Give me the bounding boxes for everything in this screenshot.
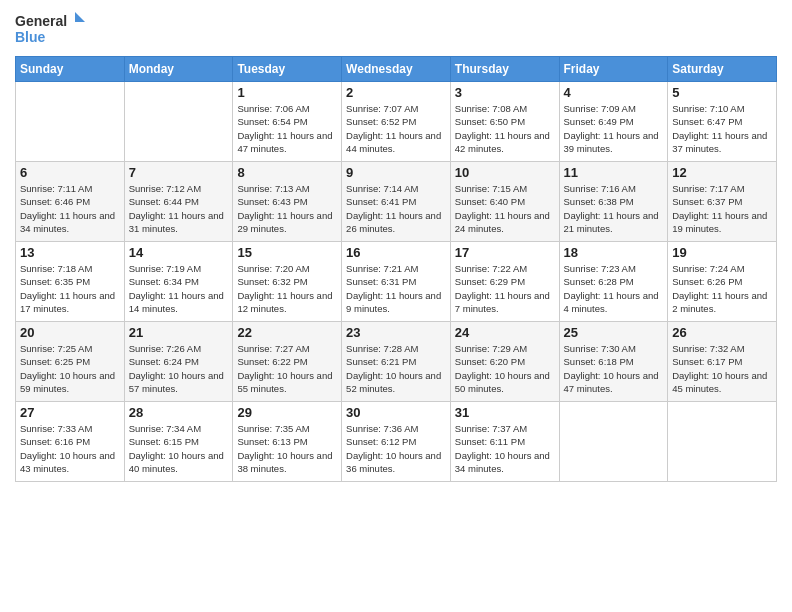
day-number: 14 xyxy=(129,245,229,260)
svg-marker-2 xyxy=(75,12,85,22)
calendar-cell xyxy=(668,402,777,482)
day-number: 25 xyxy=(564,325,664,340)
day-info: Sunrise: 7:34 AM Sunset: 6:15 PM Dayligh… xyxy=(129,422,229,475)
day-number: 28 xyxy=(129,405,229,420)
day-number: 1 xyxy=(237,85,337,100)
day-info: Sunrise: 7:16 AM Sunset: 6:38 PM Dayligh… xyxy=(564,182,664,235)
day-info: Sunrise: 7:29 AM Sunset: 6:20 PM Dayligh… xyxy=(455,342,555,395)
day-info: Sunrise: 7:07 AM Sunset: 6:52 PM Dayligh… xyxy=(346,102,446,155)
calendar-cell xyxy=(559,402,668,482)
day-info: Sunrise: 7:20 AM Sunset: 6:32 PM Dayligh… xyxy=(237,262,337,315)
day-number: 18 xyxy=(564,245,664,260)
day-number: 12 xyxy=(672,165,772,180)
calendar-week-3: 13Sunrise: 7:18 AM Sunset: 6:35 PM Dayli… xyxy=(16,242,777,322)
calendar-cell: 7Sunrise: 7:12 AM Sunset: 6:44 PM Daylig… xyxy=(124,162,233,242)
svg-text:Blue: Blue xyxy=(15,29,46,45)
day-number: 7 xyxy=(129,165,229,180)
day-info: Sunrise: 7:22 AM Sunset: 6:29 PM Dayligh… xyxy=(455,262,555,315)
calendar-cell: 19Sunrise: 7:24 AM Sunset: 6:26 PM Dayli… xyxy=(668,242,777,322)
calendar-cell: 29Sunrise: 7:35 AM Sunset: 6:13 PM Dayli… xyxy=(233,402,342,482)
day-number: 22 xyxy=(237,325,337,340)
calendar-cell: 8Sunrise: 7:13 AM Sunset: 6:43 PM Daylig… xyxy=(233,162,342,242)
logo-svg: General Blue xyxy=(15,10,85,48)
day-number: 16 xyxy=(346,245,446,260)
calendar-cell: 27Sunrise: 7:33 AM Sunset: 6:16 PM Dayli… xyxy=(16,402,125,482)
day-number: 31 xyxy=(455,405,555,420)
calendar-page: General Blue SundayMondayTuesdayWednesda… xyxy=(0,0,792,612)
day-info: Sunrise: 7:13 AM Sunset: 6:43 PM Dayligh… xyxy=(237,182,337,235)
calendar-cell: 22Sunrise: 7:27 AM Sunset: 6:22 PM Dayli… xyxy=(233,322,342,402)
day-number: 20 xyxy=(20,325,120,340)
day-info: Sunrise: 7:15 AM Sunset: 6:40 PM Dayligh… xyxy=(455,182,555,235)
day-info: Sunrise: 7:30 AM Sunset: 6:18 PM Dayligh… xyxy=(564,342,664,395)
calendar-cell: 11Sunrise: 7:16 AM Sunset: 6:38 PM Dayli… xyxy=(559,162,668,242)
calendar-cell: 15Sunrise: 7:20 AM Sunset: 6:32 PM Dayli… xyxy=(233,242,342,322)
day-number: 23 xyxy=(346,325,446,340)
calendar-cell: 31Sunrise: 7:37 AM Sunset: 6:11 PM Dayli… xyxy=(450,402,559,482)
day-number: 4 xyxy=(564,85,664,100)
calendar-cell: 30Sunrise: 7:36 AM Sunset: 6:12 PM Dayli… xyxy=(342,402,451,482)
day-info: Sunrise: 7:06 AM Sunset: 6:54 PM Dayligh… xyxy=(237,102,337,155)
day-info: Sunrise: 7:12 AM Sunset: 6:44 PM Dayligh… xyxy=(129,182,229,235)
day-info: Sunrise: 7:35 AM Sunset: 6:13 PM Dayligh… xyxy=(237,422,337,475)
calendar-cell: 12Sunrise: 7:17 AM Sunset: 6:37 PM Dayli… xyxy=(668,162,777,242)
calendar-table: SundayMondayTuesdayWednesdayThursdayFrid… xyxy=(15,56,777,482)
day-number: 24 xyxy=(455,325,555,340)
day-info: Sunrise: 7:17 AM Sunset: 6:37 PM Dayligh… xyxy=(672,182,772,235)
calendar-cell: 14Sunrise: 7:19 AM Sunset: 6:34 PM Dayli… xyxy=(124,242,233,322)
calendar-week-1: 1Sunrise: 7:06 AM Sunset: 6:54 PM Daylig… xyxy=(16,82,777,162)
calendar-cell: 3Sunrise: 7:08 AM Sunset: 6:50 PM Daylig… xyxy=(450,82,559,162)
calendar-cell: 18Sunrise: 7:23 AM Sunset: 6:28 PM Dayli… xyxy=(559,242,668,322)
calendar-cell: 25Sunrise: 7:30 AM Sunset: 6:18 PM Dayli… xyxy=(559,322,668,402)
day-number: 10 xyxy=(455,165,555,180)
day-number: 30 xyxy=(346,405,446,420)
calendar-cell: 6Sunrise: 7:11 AM Sunset: 6:46 PM Daylig… xyxy=(16,162,125,242)
day-info: Sunrise: 7:11 AM Sunset: 6:46 PM Dayligh… xyxy=(20,182,120,235)
day-info: Sunrise: 7:08 AM Sunset: 6:50 PM Dayligh… xyxy=(455,102,555,155)
calendar-cell: 9Sunrise: 7:14 AM Sunset: 6:41 PM Daylig… xyxy=(342,162,451,242)
day-info: Sunrise: 7:33 AM Sunset: 6:16 PM Dayligh… xyxy=(20,422,120,475)
logo: General Blue xyxy=(15,10,85,48)
day-info: Sunrise: 7:18 AM Sunset: 6:35 PM Dayligh… xyxy=(20,262,120,315)
day-info: Sunrise: 7:14 AM Sunset: 6:41 PM Dayligh… xyxy=(346,182,446,235)
calendar-week-2: 6Sunrise: 7:11 AM Sunset: 6:46 PM Daylig… xyxy=(16,162,777,242)
header-row: SundayMondayTuesdayWednesdayThursdayFrid… xyxy=(16,57,777,82)
day-number: 2 xyxy=(346,85,446,100)
day-number: 19 xyxy=(672,245,772,260)
calendar-header: SundayMondayTuesdayWednesdayThursdayFrid… xyxy=(16,57,777,82)
column-header-sunday: Sunday xyxy=(16,57,125,82)
column-header-monday: Monday xyxy=(124,57,233,82)
calendar-cell: 24Sunrise: 7:29 AM Sunset: 6:20 PM Dayli… xyxy=(450,322,559,402)
column-header-wednesday: Wednesday xyxy=(342,57,451,82)
day-info: Sunrise: 7:32 AM Sunset: 6:17 PM Dayligh… xyxy=(672,342,772,395)
day-info: Sunrise: 7:09 AM Sunset: 6:49 PM Dayligh… xyxy=(564,102,664,155)
day-info: Sunrise: 7:27 AM Sunset: 6:22 PM Dayligh… xyxy=(237,342,337,395)
column-header-friday: Friday xyxy=(559,57,668,82)
day-info: Sunrise: 7:26 AM Sunset: 6:24 PM Dayligh… xyxy=(129,342,229,395)
day-number: 5 xyxy=(672,85,772,100)
calendar-cell: 1Sunrise: 7:06 AM Sunset: 6:54 PM Daylig… xyxy=(233,82,342,162)
day-number: 17 xyxy=(455,245,555,260)
day-number: 6 xyxy=(20,165,120,180)
day-number: 26 xyxy=(672,325,772,340)
column-header-saturday: Saturday xyxy=(668,57,777,82)
calendar-cell: 10Sunrise: 7:15 AM Sunset: 6:40 PM Dayli… xyxy=(450,162,559,242)
day-number: 29 xyxy=(237,405,337,420)
calendar-cell xyxy=(16,82,125,162)
day-info: Sunrise: 7:19 AM Sunset: 6:34 PM Dayligh… xyxy=(129,262,229,315)
day-number: 11 xyxy=(564,165,664,180)
day-number: 8 xyxy=(237,165,337,180)
calendar-cell: 26Sunrise: 7:32 AM Sunset: 6:17 PM Dayli… xyxy=(668,322,777,402)
day-number: 15 xyxy=(237,245,337,260)
calendar-cell: 13Sunrise: 7:18 AM Sunset: 6:35 PM Dayli… xyxy=(16,242,125,322)
calendar-cell: 17Sunrise: 7:22 AM Sunset: 6:29 PM Dayli… xyxy=(450,242,559,322)
day-info: Sunrise: 7:36 AM Sunset: 6:12 PM Dayligh… xyxy=(346,422,446,475)
calendar-cell: 21Sunrise: 7:26 AM Sunset: 6:24 PM Dayli… xyxy=(124,322,233,402)
day-info: Sunrise: 7:10 AM Sunset: 6:47 PM Dayligh… xyxy=(672,102,772,155)
calendar-body: 1Sunrise: 7:06 AM Sunset: 6:54 PM Daylig… xyxy=(16,82,777,482)
day-info: Sunrise: 7:24 AM Sunset: 6:26 PM Dayligh… xyxy=(672,262,772,315)
calendar-week-4: 20Sunrise: 7:25 AM Sunset: 6:25 PM Dayli… xyxy=(16,322,777,402)
day-number: 3 xyxy=(455,85,555,100)
column-header-tuesday: Tuesday xyxy=(233,57,342,82)
day-number: 21 xyxy=(129,325,229,340)
